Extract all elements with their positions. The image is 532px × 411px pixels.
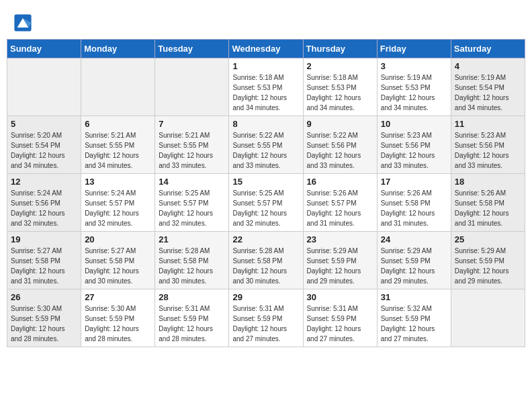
day-number: 5 [11,119,77,129]
day-info: Sunrise: 5:22 AM Sunset: 5:56 PM Dayligh… [307,130,373,171]
day-info: Sunrise: 5:19 AM Sunset: 5:53 PM Dayligh… [381,73,447,113]
day-number: 31 [381,292,447,302]
day-info: Sunrise: 5:26 AM Sunset: 5:58 PM Dayligh… [455,188,521,228]
calendar-cell: 5Sunrise: 5:20 AM Sunset: 5:54 PM Daylig… [7,116,81,174]
day-info: Sunrise: 5:30 AM Sunset: 5:59 PM Dayligh… [85,304,151,344]
day-info: Sunrise: 5:21 AM Sunset: 5:55 PM Dayligh… [159,130,225,171]
day-number: 8 [232,119,299,129]
day-number: 20 [85,234,151,244]
day-number: 23 [307,234,373,244]
day-info: Sunrise: 5:28 AM Sunset: 5:58 PM Dayligh… [159,246,225,286]
calendar-header-row: SundayMondayTuesdayWednesdayThursdayFrid… [7,40,525,58]
day-number: 6 [85,119,151,129]
calendar-cell: 25Sunrise: 5:29 AM Sunset: 5:59 PM Dayli… [451,232,525,289]
calendar-cell: 24Sunrise: 5:29 AM Sunset: 5:59 PM Dayli… [377,232,451,289]
calendar-header-saturday: Saturday [451,40,525,58]
calendar-week-row: 5Sunrise: 5:20 AM Sunset: 5:54 PM Daylig… [7,116,525,174]
day-info: Sunrise: 5:23 AM Sunset: 5:56 PM Dayligh… [381,130,447,171]
day-number: 11 [455,119,521,129]
day-number: 25 [455,234,521,244]
day-info: Sunrise: 5:26 AM Sunset: 5:58 PM Dayligh… [381,188,447,228]
day-info: Sunrise: 5:31 AM Sunset: 5:59 PM Dayligh… [159,304,225,344]
day-number: 27 [85,292,151,302]
day-number: 26 [11,292,77,302]
day-number: 19 [11,234,77,244]
calendar-cell: 22Sunrise: 5:28 AM Sunset: 5:58 PM Dayli… [229,232,303,289]
calendar-header-monday: Monday [81,40,155,58]
day-info: Sunrise: 5:29 AM Sunset: 5:59 PM Dayligh… [455,246,521,286]
page-header [7,7,525,36]
calendar-cell: 7Sunrise: 5:21 AM Sunset: 5:55 PM Daylig… [155,116,229,174]
logo [13,13,35,32]
calendar-cell: 18Sunrise: 5:26 AM Sunset: 5:58 PM Dayli… [451,174,525,232]
calendar-cell: 11Sunrise: 5:23 AM Sunset: 5:56 PM Dayli… [451,116,525,174]
calendar-header-sunday: Sunday [7,40,81,58]
day-number: 18 [455,177,521,187]
day-info: Sunrise: 5:28 AM Sunset: 5:58 PM Dayligh… [232,246,299,286]
day-info: Sunrise: 5:29 AM Sunset: 5:59 PM Dayligh… [307,246,373,286]
calendar-header-wednesday: Wednesday [229,40,303,58]
day-number: 10 [381,119,447,129]
day-info: Sunrise: 5:19 AM Sunset: 5:54 PM Dayligh… [455,73,521,113]
day-info: Sunrise: 5:21 AM Sunset: 5:55 PM Dayligh… [85,130,151,171]
calendar-cell: 17Sunrise: 5:26 AM Sunset: 5:58 PM Dayli… [377,174,451,232]
day-info: Sunrise: 5:31 AM Sunset: 5:59 PM Dayligh… [232,304,299,344]
day-info: Sunrise: 5:27 AM Sunset: 5:58 PM Dayligh… [85,246,151,286]
calendar-header-friday: Friday [377,40,451,58]
day-info: Sunrise: 5:29 AM Sunset: 5:59 PM Dayligh… [381,246,447,286]
day-info: Sunrise: 5:23 AM Sunset: 5:56 PM Dayligh… [455,130,521,171]
day-info: Sunrise: 5:18 AM Sunset: 5:53 PM Dayligh… [232,73,299,113]
calendar-cell: 6Sunrise: 5:21 AM Sunset: 5:55 PM Daylig… [81,116,155,174]
calendar-cell: 15Sunrise: 5:25 AM Sunset: 5:57 PM Dayli… [229,174,303,232]
calendar-cell: 19Sunrise: 5:27 AM Sunset: 5:58 PM Dayli… [7,232,81,289]
day-number: 2 [307,61,373,71]
calendar-week-row: 1Sunrise: 5:18 AM Sunset: 5:53 PM Daylig… [7,58,525,116]
day-info: Sunrise: 5:20 AM Sunset: 5:54 PM Dayligh… [11,130,77,171]
day-number: 14 [159,177,225,187]
day-info: Sunrise: 5:30 AM Sunset: 5:59 PM Dayligh… [11,304,77,344]
calendar-cell: 23Sunrise: 5:29 AM Sunset: 5:59 PM Dayli… [303,232,377,289]
calendar-cell: 29Sunrise: 5:31 AM Sunset: 5:59 PM Dayli… [229,289,303,347]
day-number: 3 [381,61,447,71]
day-info: Sunrise: 5:27 AM Sunset: 5:58 PM Dayligh… [11,246,77,286]
calendar-cell: 10Sunrise: 5:23 AM Sunset: 5:56 PM Dayli… [377,116,451,174]
day-info: Sunrise: 5:32 AM Sunset: 5:59 PM Dayligh… [381,304,447,344]
calendar-cell: 12Sunrise: 5:24 AM Sunset: 5:56 PM Dayli… [7,174,81,232]
day-info: Sunrise: 5:22 AM Sunset: 5:55 PM Dayligh… [232,130,299,171]
day-number: 24 [381,234,447,244]
calendar-cell [155,58,229,116]
day-info: Sunrise: 5:31 AM Sunset: 5:59 PM Dayligh… [307,304,373,344]
day-number: 16 [307,177,373,187]
calendar-cell: 27Sunrise: 5:30 AM Sunset: 5:59 PM Dayli… [81,289,155,347]
calendar-week-row: 12Sunrise: 5:24 AM Sunset: 5:56 PM Dayli… [7,174,525,232]
calendar-cell: 9Sunrise: 5:22 AM Sunset: 5:56 PM Daylig… [303,116,377,174]
day-number: 28 [159,292,225,302]
calendar-cell: 4Sunrise: 5:19 AM Sunset: 5:54 PM Daylig… [451,58,525,116]
day-info: Sunrise: 5:25 AM Sunset: 5:57 PM Dayligh… [159,188,225,228]
calendar-cell: 30Sunrise: 5:31 AM Sunset: 5:59 PM Dayli… [303,289,377,347]
day-info: Sunrise: 5:24 AM Sunset: 5:56 PM Dayligh… [11,188,77,228]
day-number: 15 [232,177,299,187]
calendar-table: SundayMondayTuesdayWednesdayThursdayFrid… [7,39,525,347]
calendar-cell: 14Sunrise: 5:25 AM Sunset: 5:57 PM Dayli… [155,174,229,232]
day-number: 1 [232,61,299,71]
logo-icon [13,13,32,32]
calendar-cell: 1Sunrise: 5:18 AM Sunset: 5:53 PM Daylig… [229,58,303,116]
day-number: 9 [307,119,373,129]
day-number: 17 [381,177,447,187]
day-number: 30 [307,292,373,302]
day-number: 29 [232,292,299,302]
day-number: 4 [455,61,521,71]
day-number: 22 [232,234,299,244]
calendar-cell [7,58,81,116]
calendar-header-tuesday: Tuesday [155,40,229,58]
day-number: 7 [159,119,225,129]
day-info: Sunrise: 5:26 AM Sunset: 5:57 PM Dayligh… [307,188,373,228]
calendar-cell: 21Sunrise: 5:28 AM Sunset: 5:58 PM Dayli… [155,232,229,289]
calendar-cell: 3Sunrise: 5:19 AM Sunset: 5:53 PM Daylig… [377,58,451,116]
calendar-cell: 20Sunrise: 5:27 AM Sunset: 5:58 PM Dayli… [81,232,155,289]
day-number: 13 [85,177,151,187]
calendar-cell [451,289,525,347]
day-info: Sunrise: 5:18 AM Sunset: 5:53 PM Dayligh… [307,73,373,113]
calendar-cell: 13Sunrise: 5:24 AM Sunset: 5:57 PM Dayli… [81,174,155,232]
